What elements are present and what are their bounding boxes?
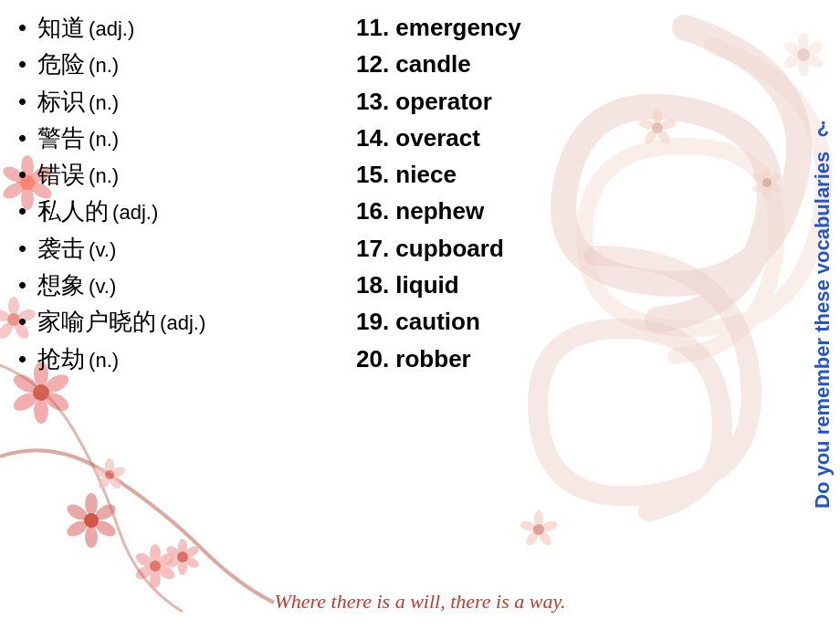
svg-point-61 (798, 33, 809, 51)
right-vocab-item: 19. caution (356, 303, 521, 340)
left-vocab-list: 知道 (adj.)危险 (n.)标识 (n.)警告 (n.)错误 (n.)私人的… (18, 9, 205, 377)
svg-point-16 (42, 389, 71, 415)
svg-point-57 (763, 184, 771, 199)
svg-point-64 (798, 58, 809, 77)
svg-point-44 (178, 559, 187, 575)
left-vocab-item: 错误 (n.) (18, 156, 205, 193)
svg-point-21 (85, 493, 98, 515)
svg-point-66 (782, 39, 803, 58)
left-vocab-item: 私人的 (adj.) (18, 193, 205, 229)
svg-point-37 (107, 474, 122, 491)
left-vocab-item: 袭击 (v.) (18, 230, 205, 267)
svg-point-18 (11, 389, 40, 415)
svg-point-68 (534, 510, 543, 527)
svg-point-69 (540, 520, 558, 533)
right-vocab-item: 13. operator (356, 83, 521, 120)
svg-point-26 (65, 501, 90, 523)
right-vocab-item: 16. nephew (356, 193, 521, 229)
svg-point-24 (85, 526, 98, 548)
svg-point-43 (182, 554, 201, 571)
svg-point-71 (524, 529, 541, 547)
svg-point-36 (110, 466, 126, 478)
svg-point-55 (767, 172, 783, 185)
vertical-title: Do you remember these vocabularies？ (809, 9, 836, 630)
svg-point-39 (92, 466, 109, 478)
right-vocab-item: 12. candle (356, 46, 521, 82)
right-vocab-item: 11. emergency (356, 9, 521, 46)
svg-point-53 (652, 122, 663, 133)
right-vocab-item: 14. overact (356, 120, 521, 156)
svg-point-48 (653, 109, 662, 125)
svg-point-30 (155, 563, 176, 582)
right-vocab-list: 11. emergency12. candle13. operator14. o… (356, 9, 521, 377)
svg-point-59 (751, 172, 767, 185)
svg-point-65 (782, 52, 803, 70)
svg-point-12 (0, 308, 11, 324)
svg-point-11 (0, 320, 16, 341)
svg-point-51 (643, 127, 660, 145)
left-vocab-item: 警告 (n.) (18, 120, 205, 156)
svg-point-28 (150, 544, 161, 562)
svg-point-40 (105, 470, 114, 479)
svg-point-22 (93, 501, 119, 523)
svg-point-67 (797, 48, 810, 61)
svg-point-60 (762, 178, 772, 187)
svg-point-42 (182, 544, 201, 561)
svg-point-17 (34, 398, 48, 424)
svg-point-56 (767, 181, 783, 194)
bottom-quote: Where there is a will, there is a way. (275, 590, 566, 614)
svg-point-45 (164, 554, 184, 571)
svg-point-70 (537, 529, 554, 547)
svg-point-50 (656, 127, 673, 145)
svg-point-23 (93, 518, 119, 540)
svg-point-27 (84, 513, 99, 528)
svg-point-72 (519, 520, 537, 533)
svg-point-33 (133, 551, 154, 569)
left-vocab-item: 标识 (n.) (18, 83, 205, 120)
svg-point-34 (150, 561, 161, 572)
svg-point-41 (178, 539, 187, 555)
svg-point-73 (533, 524, 544, 535)
svg-point-32 (133, 563, 154, 582)
svg-point-20 (33, 384, 49, 401)
svg-point-49 (658, 118, 677, 131)
left-vocab-item: 家喻户晓的 (adj.) (18, 303, 205, 340)
left-vocab-item: 抢劫 (n.) (18, 341, 205, 377)
right-vocab-item: 17. cupboard (356, 230, 521, 267)
svg-point-31 (150, 570, 161, 588)
left-vocab-item: 危险 (n.) (18, 46, 205, 82)
svg-point-35 (105, 458, 114, 473)
right-vocab-item: 18. liquid (356, 267, 521, 303)
left-vocab-item: 想象 (v.) (18, 267, 205, 303)
svg-point-38 (96, 474, 111, 491)
svg-point-25 (65, 518, 90, 540)
svg-point-52 (637, 118, 656, 131)
svg-point-54 (763, 166, 771, 181)
svg-point-58 (751, 181, 767, 194)
svg-point-47 (177, 551, 188, 562)
right-vocab-item: 20. robber (356, 341, 521, 377)
svg-point-29 (155, 551, 176, 569)
right-vocab-item: 15. niece (356, 156, 521, 193)
left-vocab-item: 知道 (adj.) (18, 9, 205, 46)
svg-point-46 (164, 544, 184, 561)
